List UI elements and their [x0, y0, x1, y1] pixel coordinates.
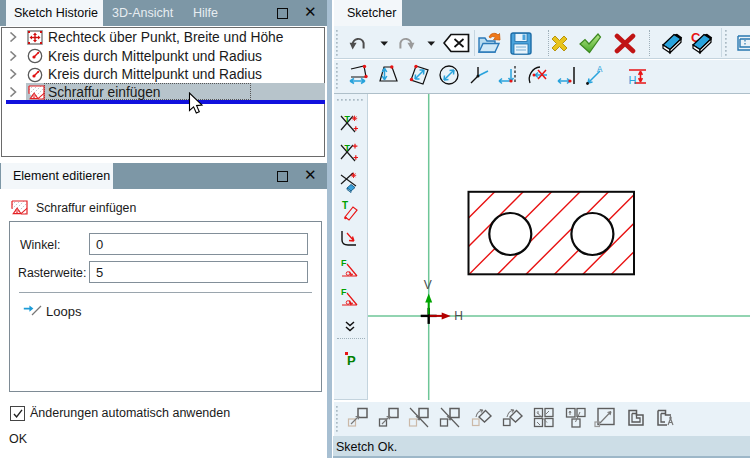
svg-text:A: A	[597, 65, 603, 75]
svg-text:H: H	[454, 309, 463, 323]
svg-text:V: V	[424, 278, 432, 292]
svg-text:T: T	[345, 143, 351, 153]
svg-text:T: T	[345, 114, 351, 124]
svg-text:T: T	[342, 200, 348, 211]
svg-text:F: F	[341, 258, 347, 268]
svg-text:H: H	[629, 74, 637, 86]
svg-text:F: F	[341, 287, 347, 297]
